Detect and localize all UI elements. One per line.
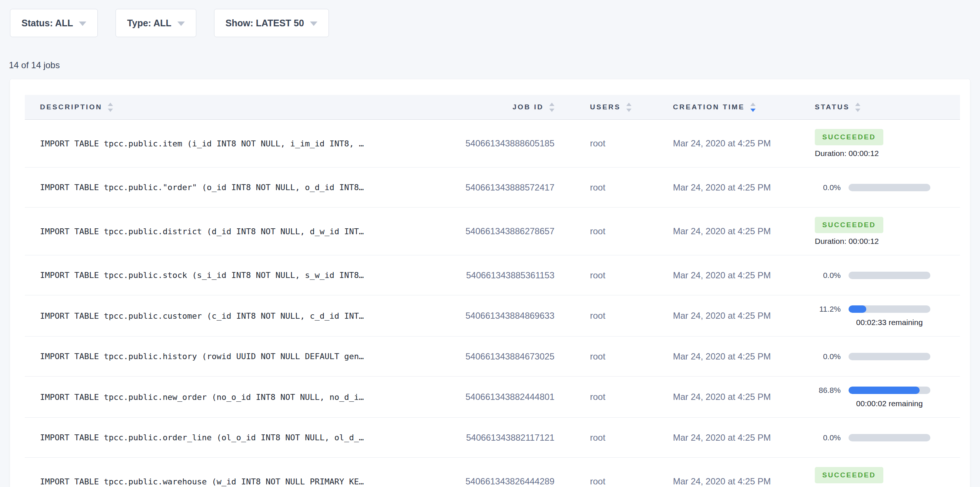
table-row: IMPORT TABLE tpcc.public.order_line (ol_… [25,418,960,458]
job-user: root [554,351,673,362]
table-row: IMPORT TABLE tpcc.public.history (rowid … [25,337,960,377]
column-header-status[interactable]: STATUS [815,103,960,112]
column-header-label: CREATION TIME [673,103,745,111]
job-id: 540661343888605185 [410,138,554,148]
table-row: IMPORT TABLE tpcc.public."order" (o_id I… [25,168,960,208]
status-duration: Duration: 00:00:12 [815,237,879,246]
progress-percent: 0.0% [823,271,841,280]
progress-percent: 11.2% [819,305,841,313]
job-id: 540661343882117121 [410,433,554,443]
job-description: IMPORT TABLE tpcc.public.warehouse (w_id… [25,477,410,486]
column-header-users[interactable]: USERS [554,103,673,112]
sort-carets-icon [750,103,756,112]
job-creation-time: Mar 24, 2020 at 4:25 PM [673,476,815,487]
column-header-job-id[interactable]: JOB ID [410,103,554,112]
status-filter-dropdown[interactable]: Status: ALL [10,9,98,37]
status-badge: SUCCEEDED [815,467,883,483]
sort-asc-icon [549,103,554,106]
job-user: root [554,433,673,443]
job-user: root [554,226,673,236]
job-description: IMPORT TABLE tpcc.public.item (i_id INT8… [25,139,410,148]
progress-percent: 0.0% [823,433,841,442]
sort-asc-icon [750,103,756,106]
job-status-cell: 0.0% [815,271,960,280]
status-badge: SUCCEEDED [815,217,883,233]
job-user: root [554,476,673,487]
sort-asc-icon [108,103,113,106]
job-status-cell: 0.0% [815,352,960,361]
job-status-cell: 86.8% 00:00:02 remaining [815,386,960,408]
job-id: 540661343884673025 [410,351,554,362]
job-user: root [554,270,673,281]
job-id: 540661343826444289 [410,476,554,487]
sort-carets-icon [855,103,861,112]
job-creation-time: Mar 24, 2020 at 4:25 PM [673,226,815,236]
chevron-down-icon [310,21,317,26]
job-status-cell: SUCCEEDED Duration: 00:00:08 [815,467,960,487]
chevron-down-icon [177,21,185,26]
job-description: IMPORT TABLE tpcc.public.history (rowid … [25,352,410,361]
job-creation-time: Mar 24, 2020 at 4:25 PM [673,311,815,321]
type-filter-dropdown[interactable]: Type: ALL [116,9,196,37]
job-description: IMPORT TABLE tpcc.public.district (d_id … [25,227,410,236]
show-filter-dropdown[interactable]: Show: LATEST 50 [214,9,329,37]
progress-bar [848,271,931,279]
progress-wrap: 0.0% [815,352,960,361]
job-creation-time: Mar 24, 2020 at 4:25 PM [673,182,815,193]
job-id: 540661343884869633 [410,311,554,321]
column-header-label: DESCRIPTION [40,103,102,111]
succeeded-wrap: SUCCEEDED Duration: 00:00:08 [815,467,960,487]
progress-wrap: 0.0% [815,271,960,280]
jobs-count-summary: 14 of 14 jobs [0,37,980,79]
column-header-creation-time[interactable]: CREATION TIME [673,103,815,112]
job-user: root [554,392,673,402]
progress-wrap: 0.0% [815,433,960,442]
sort-desc-icon [108,109,113,112]
progress-line: 0.0% [823,352,931,361]
column-header-label: STATUS [815,103,850,111]
sort-carets-icon [549,103,554,112]
progress-line: 0.0% [823,183,931,192]
sort-desc-icon [626,109,632,112]
table-row: IMPORT TABLE tpcc.public.item (i_id INT8… [25,120,960,168]
job-status-cell: SUCCEEDED Duration: 00:00:12 [815,217,960,246]
job-id: 540661343882444801 [410,392,554,402]
progress-bar [848,386,931,394]
progress-remaining: 00:02:33 remaining [848,318,931,327]
job-creation-time: Mar 24, 2020 at 4:25 PM [673,270,815,281]
progress-bar [848,305,931,313]
status-filter-label: Status: ALL [21,18,73,29]
job-status-cell: 0.0% [815,433,960,442]
table-row: IMPORT TABLE tpcc.public.warehouse (w_id… [25,458,960,487]
progress-bar [848,184,931,191]
job-status-cell: 11.2% 00:02:33 remaining [815,305,960,327]
sort-carets-icon [108,103,113,112]
column-header-description[interactable]: DESCRIPTION [25,103,410,112]
job-user: root [554,138,673,148]
chevron-down-icon [79,21,86,26]
job-user: root [554,311,673,321]
progress-percent: 0.0% [823,183,841,192]
job-description: IMPORT TABLE tpcc.public.order_line (ol_… [25,433,410,442]
column-header-label: JOB ID [512,103,544,111]
progress-line: 86.8% [819,386,931,395]
job-id: 540661343885361153 [410,270,554,281]
table-header-row: DESCRIPTION JOB ID USERS [25,95,960,120]
status-badge: SUCCEEDED [815,129,883,145]
job-status-cell: 0.0% [815,183,960,192]
table-row: IMPORT TABLE tpcc.public.stock (s_i_id I… [25,255,960,295]
job-creation-time: Mar 24, 2020 at 4:25 PM [673,392,815,402]
progress-wrap: 0.0% [815,183,960,192]
jobs-table-card: DESCRIPTION JOB ID USERS [10,79,970,487]
status-duration: Duration: 00:00:12 [815,149,879,158]
progress-line: 0.0% [823,271,931,280]
progress-bar-fill [848,305,866,313]
job-creation-time: Mar 24, 2020 at 4:25 PM [673,433,815,443]
sort-carets-icon [626,103,632,112]
show-filter-label: Show: LATEST 50 [226,18,304,29]
table-row: IMPORT TABLE tpcc.public.customer (c_id … [25,295,960,337]
job-description: IMPORT TABLE tpcc.public.customer (c_id … [25,311,410,321]
progress-bar-fill [848,386,920,394]
progress-remaining: 00:00:02 remaining [848,399,931,408]
sort-desc-active-icon [750,109,756,112]
